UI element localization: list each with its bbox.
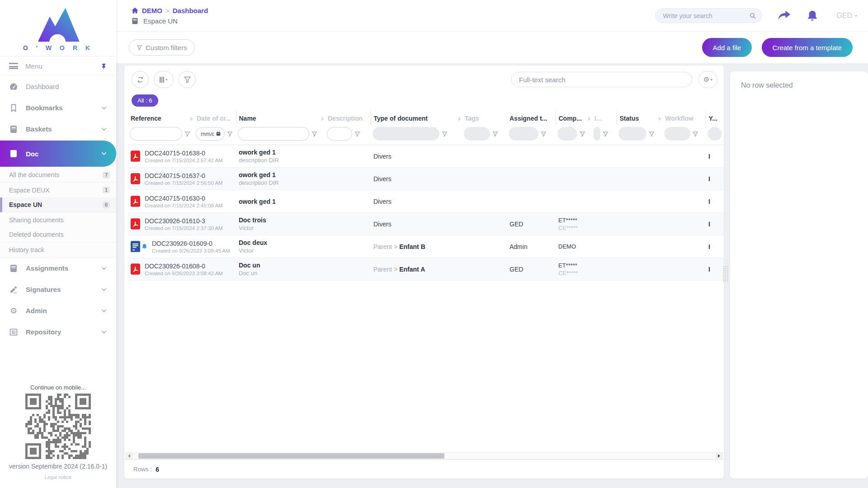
type-of-document: Divers — [373, 175, 392, 183]
funnel-icon[interactable] — [227, 131, 233, 137]
table-row[interactable]: DOC230926-01609-0Created on 9/26/2023 3:… — [128, 235, 724, 258]
type-parent: Parent > — [373, 266, 397, 273]
funnel-icon[interactable] — [311, 131, 317, 137]
all-count-badge[interactable]: All : 6 — [132, 94, 158, 107]
create-template-button[interactable]: Create from a template — [762, 38, 853, 57]
search-icon[interactable] — [749, 12, 756, 19]
col-type[interactable]: Type of document — [371, 111, 462, 125]
fulltext-search-input[interactable] — [519, 76, 684, 84]
filter-i-input — [594, 127, 600, 141]
col-workflow[interactable]: Workflow — [662, 111, 706, 125]
pdf-file-icon — [131, 173, 140, 184]
sidebar-item-bookmarks[interactable]: Bookmarks — [0, 97, 116, 118]
menu-toggle[interactable]: Menu — [0, 56, 116, 76]
filter-name-input[interactable] — [238, 127, 309, 141]
col-i[interactable]: I... — [592, 111, 617, 125]
home-icon[interactable] — [131, 7, 139, 14]
funnel-icon[interactable] — [184, 131, 190, 137]
col-comp[interactable]: Comp... — [556, 111, 592, 125]
book-icon — [9, 264, 18, 273]
panel-resize-handle[interactable] — [722, 266, 728, 282]
assigned-to: Admin — [507, 235, 556, 258]
add-file-button[interactable]: Add a file — [702, 38, 752, 57]
document-reference: DOC230926-01608-0 — [145, 263, 223, 270]
document-subtitle: Victor — [239, 225, 322, 231]
table-row[interactable]: DOC240715-01638-0Created on 7/15/2024 2:… — [128, 145, 724, 168]
scrollbar-track[interactable] — [132, 453, 716, 459]
sidebar-item-assignments[interactable]: Assignments — [0, 258, 116, 279]
caret-down-icon: ▾ — [855, 13, 857, 18]
legal-notice-link[interactable]: Legal notice — [0, 474, 116, 485]
col-assigned-to[interactable]: Assigned t... — [507, 111, 556, 125]
document-reference: DOC240715-01630-0 — [145, 195, 223, 202]
filter-date-input[interactable] — [196, 127, 225, 141]
global-search-input[interactable] — [663, 12, 749, 19]
sidebar-item-signatures[interactable]: Signatures — [0, 279, 116, 300]
mobile-title: Continue on mobile... — [0, 384, 116, 391]
funnel-icon[interactable] — [541, 131, 547, 137]
breadcrumb-current[interactable]: Dashboard — [173, 7, 208, 14]
sidebar-item-espace-un[interactable]: Espace UN 6 — [0, 197, 116, 212]
bell-icon[interactable] — [807, 10, 818, 22]
brand-wordmark: O ' W O R K — [0, 44, 116, 52]
scroll-right-button[interactable] — [716, 453, 722, 459]
funnel-icon[interactable] — [442, 131, 448, 137]
col-status[interactable]: Status — [617, 111, 662, 125]
funnel-icon[interactable] — [354, 131, 360, 137]
col-date-of-creation[interactable]: Date of cr... — [194, 111, 236, 125]
pin-icon[interactable] — [100, 63, 107, 70]
custom-filters-button[interactable]: Custom filters — [129, 39, 195, 56]
bookmark-icon — [9, 103, 18, 113]
rows-count: 6 — [156, 466, 159, 473]
created-date: Created on 9/26/2023 3:08:43 AM — [145, 271, 223, 276]
scroll-left-button[interactable] — [126, 453, 132, 459]
table-settings-button[interactable]: ⚙▾ — [698, 71, 717, 88]
menu-label: Menu — [25, 62, 100, 70]
filter-button[interactable] — [179, 71, 196, 88]
sidebar-item-doc[interactable]: Doc — [0, 141, 116, 167]
col-tags[interactable]: Tags — [462, 111, 507, 125]
topbar: DEMO > Dashboard Espace UN GED — [116, 0, 868, 32]
type-of-document: Divers — [373, 198, 392, 205]
funnel-icon[interactable] — [580, 131, 585, 137]
clipped-cell-text: I — [708, 221, 710, 228]
sidebar-item-deleted-documents[interactable]: Deleted documents — [0, 227, 116, 242]
col-y[interactable]: Y... — [706, 111, 724, 125]
word-file-icon — [131, 241, 140, 252]
funnel-icon[interactable] — [693, 131, 698, 137]
document-subtitle: Doc un — [239, 270, 322, 277]
refresh-icon — [137, 76, 144, 84]
funnel-icon[interactable] — [603, 131, 609, 137]
sidebar-item-dashboard[interactable]: Dashboard — [0, 76, 116, 97]
columns-button[interactable]: ▾ — [154, 71, 174, 88]
sidebar-item-espace-deux[interactable]: Espace DEUX 1 — [0, 183, 116, 197]
table-row[interactable]: DOC230926-01608-0Created on 9/26/2023 3:… — [128, 258, 724, 281]
refresh-button[interactable] — [132, 71, 149, 88]
share-icon[interactable] — [778, 10, 791, 22]
sidebar-item-repository[interactable]: Repository — [0, 321, 116, 343]
table-row[interactable]: DOC230926-01610-3Created on 7/15/2024 2:… — [128, 213, 724, 235]
scrollbar-thumb[interactable] — [138, 453, 444, 459]
sidebar-item-sharing-documents[interactable]: Sharing documents — [0, 212, 116, 227]
sidebar-item-admin[interactable]: ⚙ Admin — [0, 300, 116, 321]
sidebar-item-baskets[interactable]: Baskets — [0, 118, 116, 140]
col-reference[interactable]: Reference — [128, 111, 194, 125]
funnel-icon[interactable] — [649, 131, 655, 137]
filter-tags-input — [464, 127, 490, 141]
filter-description-input[interactable] — [327, 127, 352, 141]
filter-reference-input[interactable] — [130, 127, 182, 141]
sidebar-item-all-documents[interactable]: All the documents 7 — [0, 168, 116, 183]
breadcrumb-root[interactable]: DEMO — [142, 7, 162, 14]
col-name[interactable]: Name — [236, 111, 325, 125]
document-table-card: ▾ ⚙▾ All : 6 — [124, 66, 724, 479]
col-description[interactable]: Description — [325, 111, 371, 125]
user-menu[interactable]: GED ▾ — [836, 12, 857, 20]
version-label: version Septembre 2024 (2.16.0-1) — [0, 463, 116, 470]
table-row[interactable]: DOC240715-01637-0Created on 7/15/2024 2:… — [128, 168, 724, 190]
empty-selection-message: No row selected — [741, 81, 793, 89]
sidebar-item-history-track[interactable]: History track — [0, 242, 116, 257]
funnel-icon[interactable] — [492, 131, 498, 137]
created-date: Created on 7/15/2024 2:45:08 AM — [145, 203, 223, 208]
table-row[interactable]: DOC240715-01630-0Created on 7/15/2024 2:… — [128, 190, 724, 213]
horizontal-scrollbar[interactable] — [125, 452, 723, 460]
